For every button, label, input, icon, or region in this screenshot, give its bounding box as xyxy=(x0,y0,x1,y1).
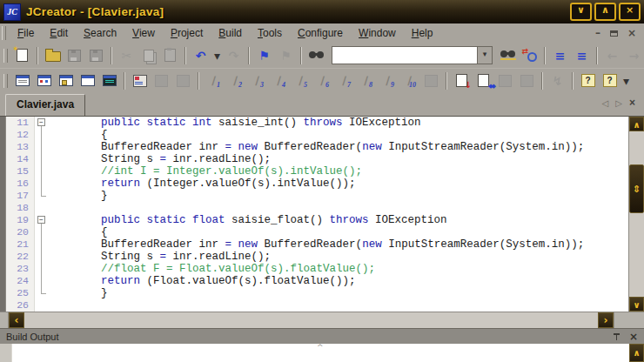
view-document-button[interactable] xyxy=(77,71,97,90)
scroll-up-button[interactable]: ∧ xyxy=(629,117,644,131)
code-line[interactable]: 16 return (Integer.valueOf(s).intValue()… xyxy=(6,178,628,190)
menu-build[interactable]: Build xyxy=(211,24,250,42)
code-line[interactable]: 17 } xyxy=(6,190,628,202)
scroll-track[interactable] xyxy=(629,131,644,164)
tab-close-button[interactable]: × xyxy=(629,97,635,109)
build-project-button[interactable] xyxy=(495,71,515,90)
code-line[interactable]: 24 return (Float.valueOf(s).floatValue()… xyxy=(6,275,628,287)
code-line[interactable]: 26 xyxy=(6,299,628,312)
tool-8-button[interactable]: ∕8 xyxy=(356,71,376,90)
replace-button[interactable] xyxy=(520,46,540,65)
tool-1-button[interactable]: ∕1 xyxy=(204,71,224,90)
scroll-track[interactable] xyxy=(24,312,598,328)
tool-6-button[interactable]: ∕6 xyxy=(312,71,332,90)
fold-marker[interactable] xyxy=(35,214,49,226)
toolbar-grip[interactable] xyxy=(3,49,8,63)
fold-marker[interactable] xyxy=(35,117,49,129)
code-area[interactable]: 11 public static int saisie_int() throws… xyxy=(6,117,628,312)
context-help-button[interactable] xyxy=(600,71,620,90)
find-button[interactable] xyxy=(306,46,326,65)
run-project-button[interactable] xyxy=(517,71,537,90)
add-file-button[interactable] xyxy=(151,71,171,90)
tool-10-button[interactable]: ∕10 xyxy=(399,71,419,90)
mdi-restore-button[interactable] xyxy=(610,30,618,37)
menu-file[interactable]: File xyxy=(10,24,42,42)
scroll-track[interactable] xyxy=(629,213,644,297)
code-line[interactable]: 14 String s = inr.readLine(); xyxy=(6,153,628,165)
close-button[interactable]: × xyxy=(619,3,641,21)
tab-clavier-java[interactable]: Clavier.java xyxy=(5,94,85,116)
code-line[interactable]: 11 public static int saisie_int() throws… xyxy=(6,117,628,129)
scroll-thumb[interactable]: ⇕ xyxy=(629,164,644,213)
tool-2-button[interactable]: ∕2 xyxy=(225,71,245,90)
tool-7-button[interactable]: ∕7 xyxy=(334,71,354,90)
cut-button[interactable]: ✂ xyxy=(117,46,137,65)
scroll-down-button[interactable]: ∨ xyxy=(629,297,644,312)
search-combobox[interactable]: ▾ xyxy=(332,46,493,64)
menu-help[interactable]: Help xyxy=(404,24,441,42)
toggle-bookmark-button[interactable]: ⚑ xyxy=(254,46,274,65)
pin-icon[interactable] xyxy=(613,332,621,341)
forward-button[interactable]: → xyxy=(624,46,644,65)
menu-project[interactable]: Project xyxy=(163,24,211,42)
menu-tools[interactable]: Tools xyxy=(250,24,290,42)
find-in-files-button[interactable] xyxy=(498,46,518,65)
menu-window[interactable]: Window xyxy=(351,24,404,42)
scroll-left-button[interactable]: ‹ xyxy=(9,312,24,328)
tab-scroll-right-button[interactable]: ▷ xyxy=(615,98,622,108)
code-line[interactable]: 25 } xyxy=(6,287,628,299)
search-combobox-input[interactable] xyxy=(332,47,477,64)
code-line[interactable]: 13 BufferedReader inr = new BufferedRead… xyxy=(6,141,628,153)
toolbar-grip-2[interactable] xyxy=(3,74,8,88)
build-output-close-button[interactable]: × xyxy=(629,331,638,343)
maximize-button[interactable]: ∧ xyxy=(594,3,616,21)
build-file-button[interactable] xyxy=(473,71,493,90)
back-button[interactable]: ← xyxy=(602,46,622,65)
code-line[interactable]: 23 //float F = Float.valueOf(s).floatVal… xyxy=(6,263,628,275)
code-line[interactable]: 12 { xyxy=(6,129,628,141)
code-line[interactable]: 21 BufferedReader inr = new BufferedRead… xyxy=(6,238,628,251)
menu-view[interactable]: View xyxy=(124,24,163,42)
help-button[interactable] xyxy=(578,71,598,90)
tool-4-button[interactable]: ∕4 xyxy=(269,71,289,90)
menu-configure[interactable]: Configure xyxy=(290,24,351,42)
view-workspace-button[interactable] xyxy=(12,71,32,90)
tab-scroll-left-button[interactable]: ◁ xyxy=(602,98,609,108)
debug-button[interactable]: ↯ xyxy=(547,71,567,90)
code-line[interactable]: 22 String s = inr.readLine(); xyxy=(6,251,628,263)
copy-button[interactable] xyxy=(138,46,158,65)
view-output-button[interactable] xyxy=(99,71,119,90)
project-settings-button[interactable] xyxy=(130,71,150,90)
view-properties-button[interactable] xyxy=(34,71,54,90)
indent-button[interactable]: ≡ xyxy=(550,46,570,65)
menubar-grip[interactable] xyxy=(2,26,6,40)
redo-button[interactable]: ↷ xyxy=(224,46,244,65)
clear-bookmarks-button[interactable]: ⚑ xyxy=(276,46,296,65)
menu-search[interactable]: Search xyxy=(76,24,124,42)
code-line[interactable]: 19 public static float saisie_float() th… xyxy=(6,214,628,226)
scroll-right-button[interactable]: › xyxy=(598,312,614,328)
new-file-button[interactable] xyxy=(12,46,32,65)
paste-button[interactable] xyxy=(160,46,180,65)
splitter-grip[interactable]: ^ xyxy=(317,343,324,352)
compile-file-button[interactable] xyxy=(452,71,472,90)
remove-file-button[interactable] xyxy=(173,71,193,90)
tool-3-button[interactable]: ∕3 xyxy=(247,71,267,90)
tool-9-button[interactable]: ∕9 xyxy=(378,71,398,90)
view-files-button[interactable] xyxy=(56,71,76,90)
build-output-scroll-up-button[interactable]: ∧ xyxy=(629,344,644,362)
mdi-minimize-button[interactable]: – xyxy=(595,27,600,39)
open-file-button[interactable] xyxy=(43,46,63,65)
combobox-dropdown-button[interactable]: ▾ xyxy=(477,47,492,64)
stop-button[interactable] xyxy=(421,71,441,90)
undo-dropdown[interactable]: ▾ xyxy=(212,46,222,65)
save-button[interactable] xyxy=(64,46,84,65)
toolbar2-options-dropdown[interactable]: ▾ xyxy=(621,71,631,90)
tool-5-button[interactable]: ∕5 xyxy=(291,71,311,90)
code-line[interactable]: 20 { xyxy=(6,226,628,238)
minimize-button[interactable]: ∨ xyxy=(570,3,592,21)
save-all-button[interactable] xyxy=(86,46,106,65)
code-line[interactable]: 18 xyxy=(6,202,628,214)
menu-edit[interactable]: Edit xyxy=(42,24,76,42)
outdent-button[interactable]: ≡ xyxy=(572,46,592,65)
